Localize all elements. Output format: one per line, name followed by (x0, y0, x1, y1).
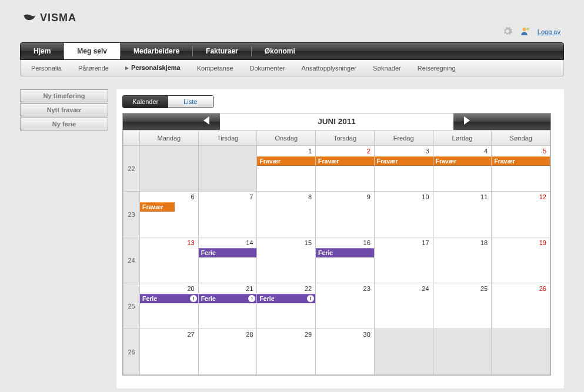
calendar-cell[interactable]: 25 (433, 283, 492, 329)
day-header: Fredag (374, 130, 433, 146)
calendar-event[interactable]: Fravær (433, 156, 492, 166)
day-number: 17 (422, 239, 429, 246)
day-number: 16 (363, 239, 371, 246)
subnav-item[interactable]: Reiseregning (418, 65, 456, 72)
calendar-cell[interactable]: 6Fravær (140, 192, 199, 237)
calendar-event[interactable]: Ferie (199, 248, 257, 257)
calendar-cell[interactable] (374, 329, 433, 375)
calendar-cell[interactable] (492, 329, 550, 375)
calendar-event[interactable]: Ferie (316, 248, 374, 257)
view-list-tab[interactable]: Liste (168, 96, 213, 108)
calendar-cell[interactable]: 18 (433, 237, 492, 283)
day-number: 15 (305, 239, 312, 246)
calendar-event[interactable]: Fravær (492, 156, 550, 166)
day-number: 22 (305, 285, 312, 292)
day-header: Tirsdag (198, 130, 257, 146)
calendar-cell[interactable]: 21Ferie! (198, 283, 257, 329)
calendar-cell[interactable]: 17 (374, 237, 433, 283)
nav-item[interactable]: Fakturaer (193, 43, 251, 59)
calendar-cell[interactable]: 23 (316, 283, 375, 329)
nav-item[interactable]: Meg selv (64, 43, 120, 59)
week-number: 26 (124, 329, 140, 375)
calendar: JUNI 2011 MandagTirsdagOnsdagTorsdagFred… (122, 113, 551, 376)
calendar-cell[interactable]: 14Ferie (198, 237, 257, 283)
nav-item[interactable]: Hjem (21, 43, 64, 59)
calendar-cell[interactable]: 2Fravær (316, 146, 375, 192)
day-header: Mandag (140, 130, 199, 146)
calendar-title: JUNI 2011 (220, 113, 453, 130)
subnav-item[interactable]: Dokumenter (250, 65, 285, 72)
calendar-cell[interactable]: 29 (257, 329, 316, 375)
chevron-left-icon (203, 116, 209, 125)
calendar-cell[interactable]: 16Ferie (316, 237, 375, 283)
calendar-cell[interactable]: 27 (140, 329, 199, 375)
view-calendar-tab[interactable]: Kalender (123, 96, 168, 108)
calendar-cell[interactable]: 11 (433, 192, 492, 237)
calendar-cell[interactable]: 26 (492, 283, 550, 329)
calendar-cell[interactable]: 30 (316, 329, 375, 375)
day-header: Torsdag (316, 130, 375, 146)
subnav-item[interactable]: ▸Personalskjema (125, 64, 181, 72)
calendar-cell[interactable]: 1Fravær (257, 146, 316, 192)
calendar-cell[interactable] (433, 329, 492, 375)
nav-item[interactable]: Økonomi (252, 43, 308, 59)
calendar-cell[interactable]: 9 (316, 192, 375, 237)
calendar-cell[interactable]: 13 (140, 237, 199, 283)
week-number: 24 (124, 237, 140, 283)
calendar-cell[interactable]: 19 (492, 237, 550, 283)
calendar-cell[interactable]: 15 (257, 237, 316, 283)
subnav-item[interactable]: Søknader (373, 65, 401, 72)
sub-nav: PersonaliaPårørende▸PersonalskjemaKompet… (20, 60, 564, 76)
calendar-cell[interactable]: 20Ferie! (140, 283, 199, 329)
day-number: 30 (363, 331, 371, 338)
calendar-event[interactable]: Ferie! (257, 294, 315, 303)
main-nav: HjemMeg selvMedarbeidereFakturaerØkonomi (20, 42, 564, 60)
calendar-event[interactable]: Ferie! (199, 294, 257, 303)
subnav-item[interactable]: Ansattopplysninger (301, 65, 356, 72)
calendar-cell[interactable]: 22Ferie! (257, 283, 316, 329)
calendar-cell[interactable]: 3Fravær (374, 146, 433, 192)
day-number: 3 (425, 148, 429, 155)
warning-icon: ! (190, 295, 197, 302)
calendar-event[interactable]: Fravær (257, 156, 315, 166)
calendar-cell[interactable]: 10 (374, 192, 433, 237)
day-number: 24 (422, 285, 429, 292)
calendar-event[interactable]: Fravær (316, 156, 374, 166)
calendar-cell[interactable]: 12 (492, 192, 550, 237)
gear-icon[interactable] (502, 26, 513, 38)
sidebar-button[interactable]: Ny ferie (20, 118, 108, 130)
day-number: 6 (191, 193, 195, 200)
calendar-event[interactable]: Ferie! (140, 294, 198, 303)
sidebar-button[interactable]: Nytt fravær (20, 103, 108, 116)
user-icon[interactable] (520, 26, 530, 38)
next-month-button[interactable] (453, 116, 550, 127)
nav-item[interactable]: Medarbeidere (121, 43, 192, 59)
sidebar-button[interactable]: Ny timeføring (20, 89, 108, 102)
calendar-cell[interactable]: 5Fravær (492, 146, 550, 192)
week-number: 23 (124, 192, 140, 237)
brand-name: VISMA (40, 12, 76, 24)
calendar-cell[interactable] (198, 146, 257, 192)
subnav-item[interactable]: Personalia (31, 65, 62, 72)
subnav-item[interactable]: Kompetanse (197, 65, 233, 72)
calendar-cell[interactable]: 8 (257, 192, 316, 237)
calendar-cell[interactable]: 7 (198, 192, 257, 237)
subnav-item[interactable]: Pårørende (78, 65, 109, 72)
day-number: 26 (539, 285, 546, 292)
logout-link[interactable]: Logg av (538, 28, 560, 35)
day-number: 27 (187, 331, 194, 338)
day-header: Lørdag (433, 130, 492, 146)
warning-icon: ! (248, 295, 255, 302)
calendar-cell[interactable]: 4Fravær (433, 146, 492, 192)
calendar-cell[interactable]: 28 (198, 329, 257, 375)
calendar-event[interactable]: Fravær (140, 202, 175, 212)
calendar-cell[interactable] (140, 146, 199, 192)
day-number: 29 (305, 331, 312, 338)
calendar-cell[interactable]: 24 (374, 283, 433, 329)
day-number: 2 (367, 148, 371, 155)
calendar-event[interactable]: Fravær (375, 156, 433, 166)
sidebar: Ny timeføringNytt fraværNy ferie (20, 89, 108, 388)
day-number: 8 (308, 193, 312, 200)
day-number: 18 (480, 239, 488, 246)
prev-month-button[interactable] (123, 116, 220, 127)
